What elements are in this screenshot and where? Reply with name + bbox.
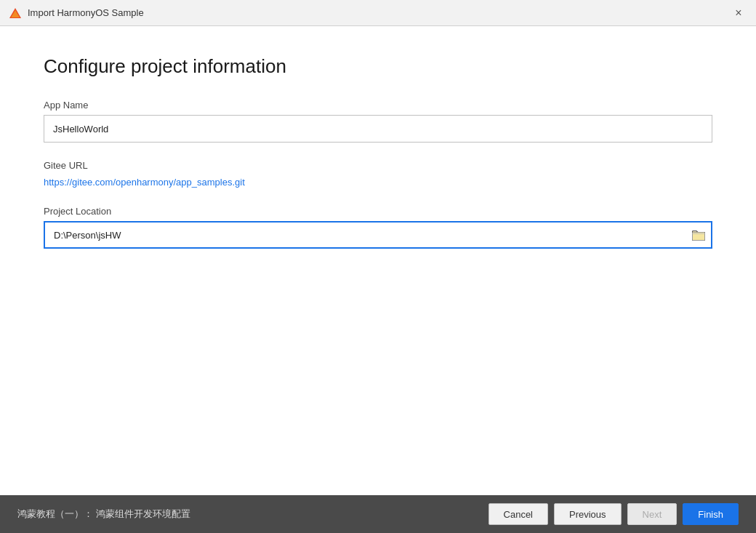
app-name-input[interactable] bbox=[44, 115, 712, 143]
gitee-url-group: Gitee URL https://gitee.com/openharmony/… bbox=[44, 160, 712, 188]
dialog-title: Import HarmonyOS Sample bbox=[28, 7, 144, 18]
title-bar-left: Import HarmonyOS Sample bbox=[9, 7, 144, 20]
project-location-input-wrapper bbox=[44, 221, 712, 249]
content-area: Configure project information App Name G… bbox=[0, 26, 756, 495]
folder-icon bbox=[692, 229, 705, 241]
harmony-logo-icon bbox=[9, 7, 22, 20]
gitee-url-link[interactable]: https://gitee.com/openharmony/app_sample… bbox=[44, 177, 245, 188]
gitee-url-label: Gitee URL bbox=[44, 160, 712, 171]
bottom-bar: 鸿蒙教程（一）： 鸿蒙组件开发环境配置 Cancel Previous Next… bbox=[0, 495, 756, 533]
title-bar: Import HarmonyOS Sample × bbox=[0, 0, 756, 26]
project-location-group: Project Location bbox=[44, 206, 712, 249]
next-button: Next bbox=[627, 503, 677, 525]
cancel-button[interactable]: Cancel bbox=[488, 503, 548, 525]
browse-folder-button[interactable] bbox=[685, 221, 712, 249]
close-button[interactable]: × bbox=[730, 4, 747, 22]
project-location-input[interactable] bbox=[44, 221, 712, 249]
page-title: Configure project information bbox=[44, 55, 712, 78]
app-name-label: App Name bbox=[44, 100, 712, 111]
app-name-group: App Name bbox=[44, 100, 712, 143]
previous-button[interactable]: Previous bbox=[554, 503, 622, 525]
dialog-window: Import HarmonyOS Sample × Configure proj… bbox=[0, 0, 756, 533]
project-location-label: Project Location bbox=[44, 206, 712, 217]
action-buttons: Cancel Previous Next Finish bbox=[488, 503, 739, 525]
finish-button[interactable]: Finish bbox=[683, 503, 739, 525]
status-text: 鸿蒙教程（一）： 鸿蒙组件开发环境配置 bbox=[17, 508, 190, 521]
